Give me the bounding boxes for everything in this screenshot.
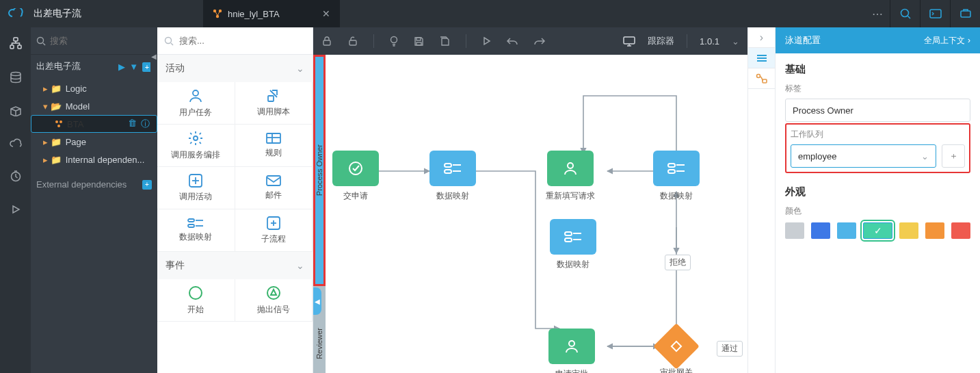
unlock-icon[interactable] [347, 36, 358, 47]
gear-icon [187, 130, 204, 146]
svg-point-19 [193, 90, 198, 96]
tab-bta[interactable]: hnie_lyl_BTA ✕ [203, 0, 340, 27]
delete-icon[interactable]: 🗑 [128, 118, 137, 130]
svg-rect-53 [672, 342, 681, 351]
explorer-search[interactable] [31, 27, 157, 55]
palette-item[interactable]: 开始 [157, 279, 235, 322]
palette-search-input[interactable] [179, 36, 306, 46]
global-context-link[interactable]: 全局上下文› [924, 35, 970, 47]
tree-item-page[interactable]: ▸ 📁Page [31, 133, 157, 151]
external-deps-header[interactable]: External dependencies + [31, 170, 157, 192]
node-rewrite[interactable]: 重新填写请求 [546, 151, 595, 202]
bpmn-canvas[interactable]: Process Owner Reviewer ◀ 交申请 数据映射 [313, 55, 747, 373]
svg-point-12 [38, 37, 44, 43]
lock-icon[interactable] [321, 36, 332, 47]
svg-rect-39 [349, 40, 356, 45]
editor-area: 跟踪器 1.0.1 ⌄ Process Owner Reviewer ◀ [313, 27, 747, 373]
tree-item-bta[interactable]: BTA🗑ⓘ [31, 115, 157, 133]
color-swatch[interactable] [925, 222, 944, 239]
redo-icon[interactable] [533, 36, 546, 46]
add-queue-button[interactable]: ＋ [942, 144, 965, 168]
lane-tab-icon[interactable] [748, 48, 775, 68]
queue-select[interactable]: employee ⌄ [791, 144, 936, 168]
chevron-down-icon[interactable]: ⌄ [732, 36, 739, 47]
sitemap-icon[interactable] [10, 37, 22, 49]
properties-panel: 泳道配置 全局上下文› 基础 标签 工作队列 employee ⌄ ＋ 外观 颜… [775, 27, 980, 373]
monitor-icon[interactable] [623, 36, 635, 47]
svg-rect-49 [668, 170, 675, 173]
svg-line-18 [171, 43, 173, 45]
flow-tab-icon[interactable] [748, 68, 775, 89]
add-external-icon[interactable]: + [142, 180, 152, 190]
package-icon[interactable] [950, 0, 980, 27]
label-field-label: 标签 [785, 83, 970, 94]
queue-field-label: 工作队列 [791, 129, 965, 140]
run-icon[interactable]: ▶ [118, 62, 125, 72]
project-header[interactable]: 出差电子流 ▶ ▼ + [31, 55, 157, 78]
palette-item[interactable]: 调用服务编排 [157, 125, 235, 167]
node-submit[interactable]: 交申请 [332, 151, 379, 202]
palette-item[interactable]: 子流程 [235, 209, 313, 252]
svg-rect-43 [624, 37, 635, 44]
close-icon[interactable]: ✕ [322, 8, 330, 19]
version-label[interactable]: 1.0.1 [700, 36, 719, 47]
color-swatch[interactable] [899, 222, 918, 239]
color-swatch[interactable] [951, 222, 970, 239]
palette-section[interactable]: 事件⌄ [157, 252, 313, 279]
color-label: 颜色 [785, 205, 970, 217]
palette-item[interactable]: 抛出信号 [235, 279, 313, 322]
svg-rect-6 [961, 11, 970, 17]
svg-line-4 [908, 16, 910, 18]
node-map2[interactable]: 数据映射 [653, 151, 700, 202]
search-top-icon[interactable] [890, 0, 920, 27]
svg-point-47 [568, 163, 573, 168]
palette-item[interactable]: 数据映射 [157, 209, 235, 252]
lane-process-owner[interactable]: Process Owner [313, 55, 326, 286]
folder-icon: ▾ 📂 [43, 101, 62, 112]
more-icon[interactable]: ⋯ [865, 8, 890, 21]
label-input[interactable] [785, 99, 970, 122]
svg-point-21 [194, 136, 198, 140]
editor-toolbar: 跟踪器 1.0.1 ⌄ [313, 27, 747, 55]
explorer-search-input[interactable] [50, 36, 165, 46]
activity-palette: 活动⌄用户任务调用脚本调用服务编排规则调用活动邮件数据映射子流程事件⌄开始抛出信… [157, 27, 313, 373]
color-swatch[interactable] [837, 222, 856, 239]
play-rail-icon[interactable] [10, 204, 21, 215]
tracker-label[interactable]: 跟踪器 [648, 35, 674, 47]
filter-icon[interactable]: ▼ [129, 62, 138, 72]
cloud-icon[interactable] [9, 138, 23, 148]
color-swatch[interactable] [863, 222, 892, 239]
play-icon[interactable] [481, 36, 491, 46]
palette-item[interactable]: 用户任务 [157, 82, 235, 125]
node-label: 申请审批 [555, 368, 588, 373]
database-icon[interactable] [10, 71, 22, 83]
box-icon[interactable] [10, 105, 22, 116]
bulb-icon[interactable] [389, 36, 399, 47]
tree-item-internal dependen...[interactable]: ▸ 📁Internal dependen... [31, 151, 157, 168]
palette-item[interactable]: 调用脚本 [235, 82, 313, 125]
color-swatch[interactable] [785, 222, 804, 239]
undo-icon[interactable] [506, 36, 518, 46]
node-approve[interactable]: 申请审批 [548, 329, 595, 373]
lane-expand-icon[interactable]: ◀ [313, 287, 321, 315]
timer-icon[interactable] [10, 170, 22, 182]
collapse-explorer-icon[interactable]: ◀ [150, 36, 157, 77]
palette-item[interactable]: 规则 [235, 125, 313, 167]
node-map3[interactable]: 数据映射 [550, 219, 596, 270]
saveall-icon[interactable] [439, 36, 451, 47]
terminal-icon[interactable] [920, 0, 950, 27]
node-gateway[interactable]: 审批网关 [660, 330, 693, 373]
expand-right-icon[interactable]: › [748, 27, 775, 48]
tree-item-logic[interactable]: ▸ 📁Logic [31, 79, 157, 97]
tree-item-model[interactable]: ▾ 📂Model [31, 97, 157, 115]
palette-item[interactable]: 邮件 [235, 167, 313, 209]
palette-search[interactable] [157, 27, 313, 55]
info-icon[interactable]: ⓘ [141, 118, 150, 130]
section-appearance: 外观 [785, 185, 970, 198]
color-swatch[interactable] [811, 222, 830, 239]
svg-rect-51 [565, 238, 572, 242]
node-map1[interactable]: 数据映射 [429, 151, 476, 202]
palette-item[interactable]: 调用活动 [157, 167, 235, 209]
save-icon[interactable] [414, 36, 424, 47]
palette-section[interactable]: 活动⌄ [157, 55, 313, 82]
